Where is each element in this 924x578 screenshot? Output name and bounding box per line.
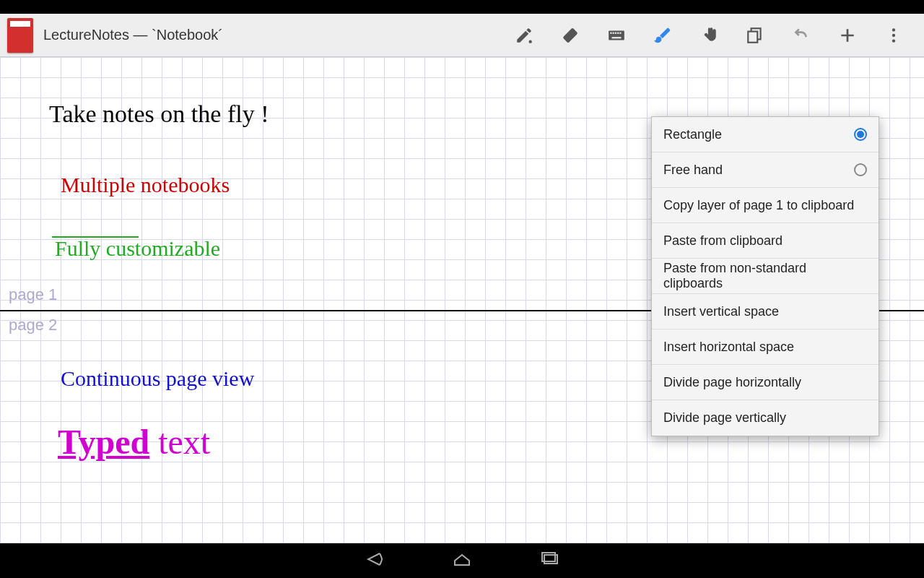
svg-rect-9	[748, 31, 757, 42]
handwriting-line-4: Continuous page view	[61, 366, 254, 391]
svg-rect-7	[612, 37, 622, 38]
svg-point-10	[892, 28, 895, 31]
svg-rect-5	[617, 32, 619, 33]
handwriting-line-2: Multiple notebooks	[61, 173, 230, 197]
radio-icon	[854, 128, 867, 141]
hand-icon[interactable]	[686, 14, 732, 57]
menu-item-label: Divide page horizontally	[663, 375, 801, 390]
overflow-icon[interactable]	[871, 14, 917, 57]
app-title: LectureNotes — `Notebook´	[43, 27, 223, 43]
menu-item-0[interactable]: Rectangle	[652, 117, 879, 152]
svg-point-12	[892, 39, 895, 42]
page-label-1: page 1	[9, 285, 57, 304]
plus-icon[interactable]	[824, 14, 871, 57]
back-button[interactable]	[362, 548, 385, 574]
menu-item-3[interactable]: Paste from clipboard	[652, 223, 879, 259]
handwriting-line-3: Fully customizable	[55, 236, 220, 261]
menu-item-5[interactable]: Insert vertical space	[652, 294, 879, 329]
handwriting-line-1: Take notes on the fly !	[49, 100, 269, 128]
paintbrush-icon[interactable]	[640, 14, 686, 57]
typed-word-normal: text	[149, 423, 210, 461]
note-canvas[interactable]: page 1 page 2 Take notes on the fly ! Mu…	[0, 57, 924, 543]
menu-item-label: Copy layer of page 1 to clipboard	[663, 198, 854, 213]
menu-item-8[interactable]: Divide page vertically	[652, 400, 879, 436]
menu-item-2[interactable]: Copy layer of page 1 to clipboard	[652, 188, 879, 223]
menu-item-label: Divide page vertically	[663, 410, 786, 426]
typed-text: Typed text	[58, 422, 210, 462]
menu-item-6[interactable]: Insert horizontal space	[652, 329, 879, 365]
home-button[interactable]	[450, 548, 474, 574]
keyboard-icon[interactable]	[593, 14, 640, 57]
menu-item-1[interactable]: Free hand	[652, 152, 879, 188]
svg-rect-2	[610, 32, 611, 33]
svg-rect-3	[613, 32, 614, 33]
menu-item-label: Paste from non-standard clipboards	[663, 261, 867, 291]
recents-button[interactable]	[539, 548, 562, 574]
pencil-icon[interactable]	[501, 14, 547, 57]
svg-rect-4	[615, 32, 616, 33]
toolbar: LectureNotes — `Notebook´	[0, 14, 924, 57]
svg-point-0	[529, 40, 532, 43]
menu-item-7[interactable]: Divide page horizontally	[652, 365, 879, 400]
menu-item-label: Insert vertical space	[663, 304, 779, 319]
typed-word-bold: Typed	[58, 423, 149, 461]
svg-rect-1	[609, 30, 624, 40]
pages-icon[interactable]	[732, 14, 778, 57]
page-label-2: page 2	[9, 316, 57, 335]
undo-icon[interactable]	[778, 14, 824, 57]
status-bar	[0, 0, 924, 14]
menu-item-label: Paste from clipboard	[663, 233, 783, 249]
app-icon[interactable]	[7, 18, 33, 53]
svg-rect-6	[619, 32, 621, 33]
android-navbar	[0, 543, 924, 578]
context-menu: RectangleFree handCopy layer of page 1 t…	[651, 116, 879, 436]
svg-point-11	[892, 33, 895, 36]
menu-item-label: Rectangle	[663, 127, 722, 142]
menu-item-4[interactable]: Paste from non-standard clipboards	[652, 259, 879, 294]
radio-icon	[854, 163, 867, 176]
menu-item-label: Insert horizontal space	[663, 340, 794, 355]
eraser-icon[interactable]	[547, 14, 593, 57]
menu-item-label: Free hand	[663, 163, 723, 178]
